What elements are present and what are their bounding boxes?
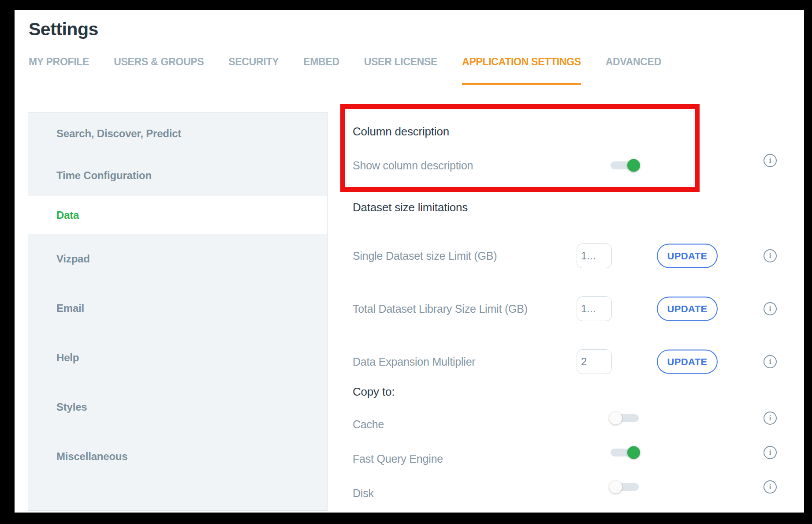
tab-application-settings[interactable]: APPLICATION SETTINGS — [462, 56, 581, 85]
update-button[interactable]: UPDATE — [657, 244, 718, 268]
toggle-knob — [627, 159, 640, 172]
total-dataset-library-size-limit-label: Total Dataset Library Size Limit (GB) — [353, 303, 528, 315]
tab-bar: MY PROFILE USERS & GROUPS SECURITY EMBED… — [29, 56, 661, 85]
info-icon[interactable]: i — [764, 302, 777, 315]
tab-embed[interactable]: EMBED — [303, 56, 339, 85]
tab-user-license[interactable]: USER LICENSE — [364, 56, 437, 85]
fast-query-engine-label: Fast Query Engine — [353, 453, 443, 465]
sidebar-item-data[interactable]: Data — [28, 196, 327, 234]
cache-toggle[interactable] — [611, 414, 639, 422]
settings-window: Settings MY PROFILE USERS & GROUPS SECUR… — [15, 10, 804, 513]
sidebar-item-time-configuration[interactable]: Time Configuration — [28, 155, 327, 196]
column-description-heading: Column description — [353, 125, 449, 138]
tab-users-groups[interactable]: USERS & GROUPS — [114, 56, 204, 85]
toggle-knob — [609, 412, 622, 425]
dataset-size-limitations-heading: Dataset size limitations — [353, 201, 468, 214]
total-dataset-library-size-limit-input[interactable] — [577, 296, 612, 321]
disk-label: Disk — [353, 487, 374, 500]
info-icon[interactable]: i — [764, 355, 777, 368]
highlight-red-box — [340, 104, 700, 192]
single-dataset-size-limit-input[interactable] — [577, 243, 612, 268]
info-icon[interactable]: i — [764, 412, 777, 425]
info-icon[interactable]: i — [764, 446, 777, 459]
sidebar-item-vizpad[interactable]: Vizpad — [28, 234, 327, 284]
single-dataset-size-limit-label: Single Dataset size Limit (GB) — [353, 250, 497, 262]
toggle-knob — [609, 481, 622, 494]
tab-advanced[interactable]: ADVANCED — [606, 56, 661, 85]
fast-query-engine-toggle[interactable] — [611, 449, 639, 457]
show-column-description-toggle[interactable] — [611, 161, 639, 169]
info-icon[interactable]: i — [764, 154, 777, 167]
show-column-description-label: Show column description — [353, 159, 473, 172]
update-button[interactable]: UPDATE — [657, 297, 718, 321]
sidebar-item-styles[interactable]: Styles — [28, 382, 327, 432]
data-expansion-multiplier-input[interactable] — [577, 349, 612, 374]
sidebar-item-help[interactable]: Help — [28, 333, 327, 382]
info-icon[interactable]: i — [764, 249, 777, 262]
tab-my-profile[interactable]: MY PROFILE — [29, 56, 89, 85]
disk-toggle[interactable] — [611, 483, 639, 491]
data-expansion-multiplier-label: Data Expansion Multiplier — [353, 356, 475, 368]
info-icon[interactable]: i — [764, 480, 777, 494]
settings-sidebar: Search, Discover, Predict Time Configura… — [28, 112, 328, 511]
toggle-knob — [627, 446, 640, 459]
tab-security[interactable]: SECURITY — [228, 56, 279, 85]
cache-label: Cache — [353, 418, 384, 431]
sidebar-item-search-discover-predict[interactable]: Search, Discover, Predict — [28, 112, 327, 155]
sidebar-item-miscellaneous[interactable]: Miscellaneous — [28, 432, 327, 481]
app-screenshot: { "page": { "title": "Settings" }, "tabs… — [0, 0, 812, 524]
update-button[interactable]: UPDATE — [657, 350, 718, 374]
sidebar-item-email[interactable]: Email — [28, 284, 327, 333]
copy-to-heading: Copy to: — [353, 385, 395, 399]
page-title: Settings — [29, 19, 98, 40]
tab-bar-divider — [28, 85, 790, 85]
